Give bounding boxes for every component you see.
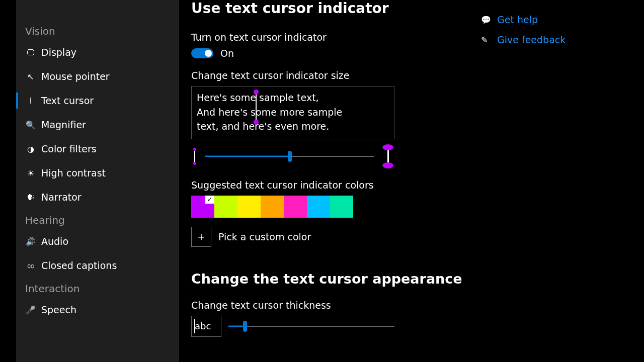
sidebar-item-label: Display bbox=[41, 47, 76, 58]
sidebar-section-title: Interaction bbox=[16, 278, 179, 298]
sidebar-section-title: Hearing bbox=[16, 209, 179, 229]
sidebar-item-color-filters[interactable]: ◑Color filters bbox=[16, 137, 179, 161]
magnifier-icon: 🔍 bbox=[25, 120, 36, 130]
size-min-icon bbox=[191, 148, 198, 165]
appearance-header: Change the text cursor appearance bbox=[191, 271, 619, 287]
pointer-icon: ↖ bbox=[25, 72, 36, 81]
thickness-preview: abc bbox=[191, 316, 221, 337]
sidebar-item-label: High contrast bbox=[41, 167, 106, 178]
get-help-link[interactable]: Get help bbox=[497, 14, 538, 25]
settings-content: Use text cursor indicator Turn on text c… bbox=[179, 0, 619, 362]
thickness-preview-text: abc bbox=[195, 321, 211, 331]
sidebar-item-display[interactable]: 🖵Display bbox=[16, 40, 179, 64]
plus-icon: ＋ bbox=[196, 229, 207, 244]
toggle-state-text: On bbox=[220, 48, 234, 59]
sidebar-item-closed-captions[interactable]: ㏄Closed captions bbox=[16, 253, 179, 278]
display-icon: 🖵 bbox=[25, 48, 36, 57]
sidebar-item-label: Mouse pointer bbox=[41, 71, 110, 82]
sidebar-item-label: Closed captions bbox=[41, 260, 117, 271]
sidebar-item-text-cursor[interactable]: ⅠText cursor bbox=[16, 88, 179, 113]
indicator-size-slider[interactable] bbox=[205, 150, 374, 162]
contrast-icon: ☀ bbox=[25, 168, 36, 178]
custom-color-label: Pick a custom color bbox=[218, 231, 311, 242]
color-swatch-3[interactable] bbox=[261, 196, 284, 218]
feedback-icon: ✎ bbox=[481, 35, 490, 45]
color-swatch-4[interactable] bbox=[284, 196, 307, 218]
sidebar-item-label: Color filters bbox=[41, 143, 97, 154]
custom-color-button[interactable]: ＋ bbox=[191, 227, 211, 247]
speech-icon: 🎤 bbox=[25, 305, 36, 315]
sidebar-item-speech[interactable]: 🎤Speech bbox=[16, 298, 179, 322]
color-swatch-6[interactable] bbox=[330, 196, 353, 218]
sample-text-box: Here's some sample text, And here's some… bbox=[191, 86, 394, 139]
cc-icon: ㏄ bbox=[25, 260, 36, 271]
color-swatch-0[interactable]: ✓ bbox=[191, 196, 214, 218]
window-gutter-left bbox=[0, 0, 16, 362]
toggle-knob bbox=[205, 50, 212, 57]
filters-icon: ◑ bbox=[25, 144, 36, 154]
narrator-icon: 🗣 bbox=[25, 193, 36, 202]
size-label: Change text cursor indicator size bbox=[191, 70, 619, 81]
sample-line-2: And here's some more sample bbox=[197, 107, 342, 118]
color-swatch-1[interactable] bbox=[214, 196, 237, 218]
size-max-icon bbox=[381, 144, 394, 168]
sidebar-item-mouse-pointer[interactable]: ↖Mouse pointer bbox=[16, 64, 179, 88]
color-swatches: ✓ bbox=[191, 196, 619, 218]
thickness-label: Change text cursor thickness bbox=[191, 300, 619, 311]
sidebar-item-label: Magnifier bbox=[41, 119, 86, 130]
help-rail: 💬 Get help ✎ Give feedback bbox=[481, 14, 566, 45]
give-feedback-link[interactable]: Give feedback bbox=[497, 34, 566, 45]
sidebar-item-label: Audio bbox=[41, 236, 68, 247]
sidebar-item-narrator[interactable]: 🗣Narrator bbox=[16, 185, 179, 209]
color-swatch-5[interactable] bbox=[307, 196, 330, 218]
sidebar-section-title: Vision bbox=[16, 20, 179, 40]
sidebar-item-label: Narrator bbox=[41, 192, 82, 203]
sidebar-item-audio[interactable]: 🔊Audio bbox=[16, 229, 179, 253]
thickness-slider[interactable] bbox=[228, 320, 394, 332]
settings-sidebar: Vision🖵Display↖Mouse pointerⅠText cursor… bbox=[16, 0, 179, 362]
sidebar-item-high-contrast[interactable]: ☀High contrast bbox=[16, 161, 179, 185]
help-icon: 💬 bbox=[481, 15, 490, 25]
sidebar-item-label: Speech bbox=[41, 304, 76, 315]
textcursor-icon: Ⅰ bbox=[25, 96, 36, 106]
cursor-indicator-toggle[interactable] bbox=[191, 48, 213, 58]
colors-label: Suggested text cursor indicator colors bbox=[191, 179, 619, 191]
window-gutter-right bbox=[619, 0, 644, 362]
audio-icon: 🔊 bbox=[25, 237, 36, 246]
sidebar-item-magnifier[interactable]: 🔍Magnifier bbox=[16, 113, 179, 137]
sample-cursor-indicator bbox=[256, 93, 257, 122]
color-swatch-2[interactable] bbox=[237, 196, 261, 218]
sidebar-item-label: Text cursor bbox=[41, 95, 94, 106]
check-icon: ✓ bbox=[205, 196, 214, 204]
sample-line-3: text, and here's even more. bbox=[197, 121, 329, 132]
